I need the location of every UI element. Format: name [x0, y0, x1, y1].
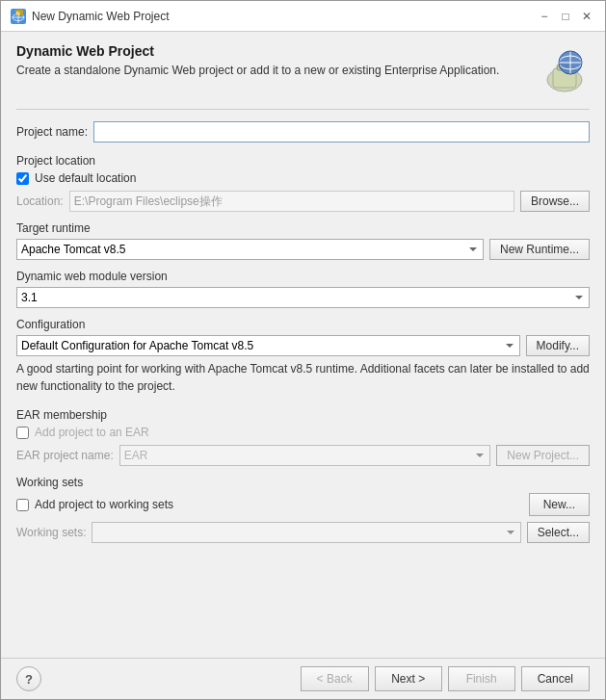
- modify-button[interactable]: Modify...: [526, 335, 590, 356]
- dialog-window: N New Dynamic Web Project − □ ✕ Dynamic …: [0, 0, 606, 700]
- configuration-row: Default Configuration for Apache Tomcat …: [16, 335, 590, 356]
- page-title: Dynamic Web Project: [16, 43, 499, 59]
- content-area: Dynamic Web Project Create a standalone …: [1, 32, 605, 658]
- target-runtime-label: Target runtime: [16, 221, 590, 235]
- configuration-label: Configuration: [16, 318, 590, 331]
- target-runtime-row: Apache Tomcat v8.5 New Runtime...: [16, 239, 590, 260]
- location-row: Location: Browse...: [16, 191, 590, 212]
- use-default-location-checkbox[interactable]: [16, 172, 29, 185]
- add-to-working-sets-checkbox[interactable]: [16, 499, 29, 511]
- project-location-label: Project location: [16, 154, 590, 168]
- globe-jar-icon: [540, 43, 590, 93]
- project-name-label: Project name:: [16, 125, 88, 139]
- new-project-button[interactable]: New Project...: [496, 445, 590, 466]
- ear-project-name-select[interactable]: EAR: [119, 445, 491, 466]
- new-working-set-button[interactable]: New...: [529, 493, 590, 516]
- working-sets-select[interactable]: [92, 522, 520, 543]
- next-button[interactable]: Next >: [375, 666, 442, 691]
- configuration-description: A good starting point for working with A…: [16, 356, 590, 399]
- web-module-version-section: Dynamic web module version 3.1: [16, 270, 590, 308]
- title-bar-left: N New Dynamic Web Project: [11, 9, 170, 24]
- header-divider: [16, 109, 590, 110]
- location-input[interactable]: [69, 191, 514, 212]
- working-sets-row: Working sets: Select...: [16, 522, 590, 543]
- location-label: Location:: [16, 194, 64, 208]
- web-module-version-select[interactable]: 3.1: [16, 287, 590, 308]
- close-button[interactable]: ✕: [578, 8, 595, 25]
- page-description: Create a standalone Dynamic Web project …: [16, 63, 499, 79]
- header-text: Dynamic Web Project Create a standalone …: [16, 43, 499, 79]
- browse-button[interactable]: Browse...: [520, 191, 590, 212]
- working-sets-section: Working sets Add project to working sets…: [16, 476, 590, 543]
- working-sets-label: Working sets: [16, 476, 590, 489]
- bottom-right-buttons: < Back Next > Finish Cancel: [301, 666, 590, 691]
- maximize-button[interactable]: □: [557, 8, 574, 25]
- ear-project-name-label: EAR project name:: [16, 449, 114, 462]
- web-module-version-row: 3.1: [16, 287, 590, 308]
- minimize-button[interactable]: −: [536, 8, 553, 25]
- target-runtime-section: Target runtime Apache Tomcat v8.5 New Ru…: [16, 221, 590, 260]
- help-button[interactable]: ?: [16, 666, 41, 691]
- use-default-location-checkbox-label[interactable]: Use default location: [35, 171, 136, 185]
- project-name-row: Project name:: [16, 121, 590, 143]
- svg-text:N: N: [16, 10, 20, 15]
- project-name-input[interactable]: [93, 121, 590, 143]
- cancel-button[interactable]: Cancel: [521, 666, 590, 691]
- project-location-section: Project location Use default location Lo…: [16, 154, 590, 212]
- new-dynamic-web-project-icon: N: [11, 9, 26, 24]
- title-bar-title: New Dynamic Web Project: [32, 10, 170, 23]
- configuration-select[interactable]: Default Configuration for Apache Tomcat …: [16, 335, 520, 356]
- finish-button[interactable]: Finish: [448, 666, 515, 691]
- back-button[interactable]: < Back: [301, 666, 369, 691]
- select-working-sets-button[interactable]: Select...: [527, 522, 590, 543]
- add-to-ear-row: Add project to an EAR: [16, 426, 590, 439]
- add-to-ear-label[interactable]: Add project to an EAR: [35, 426, 149, 439]
- target-runtime-select[interactable]: Apache Tomcat v8.5: [16, 239, 484, 260]
- use-default-location-row: Use default location: [16, 171, 590, 185]
- header-section: Dynamic Web Project Create a standalone …: [16, 43, 590, 93]
- bottom-buttons-bar: ? < Back Next > Finish Cancel: [1, 658, 605, 699]
- working-sets-field-label: Working sets:: [16, 526, 86, 539]
- title-bar: N New Dynamic Web Project − □ ✕: [1, 1, 605, 32]
- add-to-working-sets-row: Add project to working sets: [16, 498, 173, 511]
- ear-membership-label: EAR membership: [16, 408, 590, 422]
- add-to-ear-checkbox[interactable]: [16, 427, 29, 439]
- add-to-working-sets-label[interactable]: Add project to working sets: [35, 498, 173, 511]
- configuration-section: Configuration Default Configuration for …: [16, 318, 590, 399]
- ear-project-name-row: EAR project name: EAR New Project...: [16, 445, 590, 466]
- new-runtime-button[interactable]: New Runtime...: [489, 239, 590, 260]
- title-bar-controls: − □ ✕: [536, 8, 595, 25]
- web-module-version-label: Dynamic web module version: [16, 270, 590, 283]
- ear-membership-section: EAR membership Add project to an EAR EAR…: [16, 408, 590, 466]
